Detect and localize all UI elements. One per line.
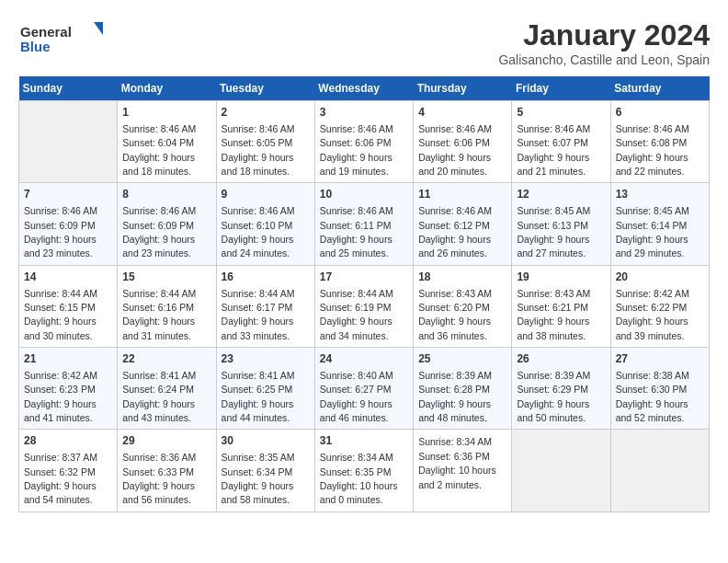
table-row: 17 Sunrise: 8:44 AMSunset: 6:19 PMDaylig… [314,265,413,347]
table-row: 15 Sunrise: 8:44 AMSunset: 6:16 PMDaylig… [118,265,216,347]
table-row: 23 Sunrise: 8:41 AMSunset: 6:25 PMDaylig… [216,348,314,430]
table-row: 21 Sunrise: 8:42 AMSunset: 6:23 PMDaylig… [19,348,710,430]
col-monday: Monday [118,76,216,101]
table-row: 5 Sunrise: 8:46 AMSunset: 6:07 PMDayligh… [512,101,610,183]
table-row: 4 Sunrise: 8:46 AMSunset: 6:06 PMDayligh… [414,101,512,183]
table-row: 14 Sunrise: 8:44 AMSunset: 6:15 PMDaylig… [19,265,710,347]
table-row: 13 Sunrise: 8:45 AMSunset: 6:14 PMDaylig… [610,183,709,265]
svg-text:Blue: Blue [20,39,51,54]
table-row: 9 Sunrise: 8:46 AMSunset: 6:10 PMDayligh… [216,183,314,265]
col-saturday: Saturday [610,76,709,101]
empty-cell [610,430,709,511]
table-row: 6 Sunrise: 8:46 AMSunset: 6:08 PMDayligh… [610,101,709,183]
table-row: 22 Sunrise: 8:41 AMSunset: 6:24 PMDaylig… [118,348,216,430]
table-row: 18 Sunrise: 8:43 AMSunset: 6:20 PMDaylig… [414,265,512,347]
calendar-header-row: Sunday Monday Tuesday Wednesday Thursday… [19,76,710,101]
page-subtitle: Galisancho, Castille and Leon, Spain [498,52,710,67]
svg-marker-2 [94,22,103,35]
table-row: 27 Sunrise: 8:38 AMSunset: 6:30 PMDaylig… [610,348,709,430]
table-row: 1 Sunrise: 8:46 AMSunset: 6:04 PMDayligh… [19,101,710,183]
table-row: 19 Sunrise: 8:43 AMSunset: 6:21 PMDaylig… [512,265,610,347]
col-tuesday: Tuesday [216,76,314,101]
table-row: 25 Sunrise: 8:39 AMSunset: 6:28 PMDaylig… [414,348,512,430]
table-row: 28 Sunrise: 8:37 AMSunset: 6:32 PMDaylig… [19,430,118,511]
empty-cell [19,101,118,183]
table-row: 8 Sunrise: 8:46 AMSunset: 6:09 PMDayligh… [118,183,216,265]
table-row: 21 Sunrise: 8:42 AMSunset: 6:23 PMDaylig… [19,348,118,430]
table-row: 30 Sunrise: 8:35 AMSunset: 6:34 PMDaylig… [216,430,314,511]
svg-text:General: General [20,24,72,40]
table-row: 3 Sunrise: 8:46 AMSunset: 6:06 PMDayligh… [314,101,413,183]
table-row: 29 Sunrise: 8:36 AMSunset: 6:33 PMDaylig… [118,430,216,511]
table-row: 20 Sunrise: 8:42 AMSunset: 6:22 PMDaylig… [610,265,709,347]
table-row: 7 Sunrise: 8:46 AMSunset: 6:09 PMDayligh… [19,183,710,265]
table-row: 24 Sunrise: 8:40 AMSunset: 6:27 PMDaylig… [314,348,413,430]
table-row: Sunrise: 8:34 AMSunset: 6:36 PMDaylight:… [414,430,512,511]
table-row: 7 Sunrise: 8:46 AMSunset: 6:09 PMDayligh… [19,183,118,265]
title-area: January 2024 Galisancho, Castille and Le… [498,18,710,67]
table-row: 12 Sunrise: 8:45 AMSunset: 6:13 PMDaylig… [512,183,610,265]
empty-cell [512,430,610,511]
table-row: 16 Sunrise: 8:44 AMSunset: 6:17 PMDaylig… [216,265,314,347]
col-thursday: Thursday [414,76,512,101]
table-row: 2 Sunrise: 8:46 AMSunset: 6:05 PMDayligh… [216,101,314,183]
col-wednesday: Wednesday [314,76,413,101]
table-row: 11 Sunrise: 8:46 AMSunset: 6:12 PMDaylig… [414,183,512,265]
table-row: 26 Sunrise: 8:39 AMSunset: 6:29 PMDaylig… [512,348,610,430]
page-header: General Blue January 2024 Galisancho, Ca… [18,18,710,67]
calendar-table: Sunday Monday Tuesday Wednesday Thursday… [18,76,710,512]
table-row: 1 Sunrise: 8:46 AMSunset: 6:04 PMDayligh… [118,101,216,183]
col-friday: Friday [512,76,610,101]
table-row: 14 Sunrise: 8:44 AMSunset: 6:15 PMDaylig… [19,265,118,347]
page-title: January 2024 [498,18,710,52]
logo: General Blue [18,18,110,60]
col-sunday: Sunday [19,76,118,101]
table-row: 31 Sunrise: 8:34 AMSunset: 6:35 PMDaylig… [314,430,413,511]
table-row: 10 Sunrise: 8:46 AMSunset: 6:11 PMDaylig… [314,183,413,265]
table-row: 28 Sunrise: 8:37 AMSunset: 6:32 PMDaylig… [19,430,710,511]
logo-icon: General Blue [18,18,110,60]
